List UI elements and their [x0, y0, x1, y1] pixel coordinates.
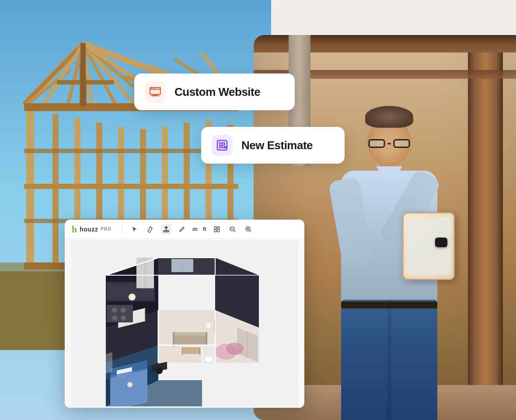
svg-rect-14	[24, 184, 238, 189]
svg-line-63	[234, 230, 235, 232]
svg-point-121	[206, 322, 212, 329]
toolbar-draw-icon[interactable]	[145, 224, 156, 234]
svg-point-86	[112, 315, 117, 321]
svg-point-115	[204, 356, 213, 362]
toolbar-zoomout-icon[interactable]	[227, 224, 238, 234]
new-estimate-label: New Estimate	[241, 139, 313, 152]
svg-point-87	[121, 315, 126, 321]
svg-marker-97	[206, 332, 207, 346]
houzz-logo: h houzz PRO	[72, 224, 112, 235]
svg-point-40	[153, 88, 153, 89]
custom-website-card[interactable]: Custom Website	[134, 74, 295, 110]
svg-rect-48	[219, 144, 221, 146]
houzz-brand-text: houzz	[80, 226, 98, 233]
svg-rect-60	[214, 230, 216, 232]
svg-rect-45	[219, 142, 221, 144]
svg-point-41	[154, 88, 155, 89]
toolbar-ft-label[interactable]: ft	[203, 226, 206, 232]
svg-marker-118	[106, 352, 112, 374]
custom-website-label: Custom Website	[174, 85, 260, 99]
scene: Custom Website New Estimate h	[0, 0, 516, 420]
svg-rect-83	[107, 305, 133, 322]
toolbar-m-label[interactable]: m	[192, 226, 198, 232]
svg-marker-94	[174, 334, 206, 345]
svg-line-66	[249, 230, 251, 232]
svg-point-122	[127, 382, 132, 387]
floorplan-card: h houzz PRO m ft	[65, 220, 304, 408]
houzz-h-icon: h	[72, 224, 77, 235]
svg-marker-78	[144, 308, 145, 322]
floorplan-body	[65, 239, 304, 408]
new-estimate-card[interactable]: New Estimate	[201, 127, 345, 164]
toolbar-divider	[122, 225, 122, 234]
toolbar-select-icon[interactable]	[129, 224, 140, 234]
svg-point-85	[121, 308, 126, 313]
svg-rect-47	[223, 142, 225, 144]
svg-rect-3	[52, 114, 59, 267]
estimate-icon	[212, 135, 233, 156]
svg-line-54	[150, 227, 152, 228]
toolbar-zoomin-icon[interactable]	[243, 224, 254, 234]
svg-rect-81	[107, 284, 130, 299]
toolbar-pencil-icon[interactable]	[177, 224, 187, 234]
svg-marker-98	[182, 347, 200, 354]
svg-point-108	[156, 367, 163, 374]
toolbar-upload-icon[interactable]	[161, 224, 171, 234]
svg-rect-50	[223, 144, 225, 146]
svg-marker-95	[174, 332, 206, 336]
floorplan-toolbar: h houzz PRO m ft	[65, 220, 304, 239]
svg-rect-51	[219, 147, 221, 148]
svg-point-39	[151, 88, 152, 89]
svg-rect-58	[214, 227, 216, 229]
website-icon	[145, 81, 166, 102]
svg-rect-46	[221, 142, 223, 144]
svg-point-84	[112, 308, 117, 313]
svg-rect-52	[221, 147, 223, 148]
svg-rect-61	[217, 230, 220, 232]
svg-rect-34	[80, 43, 86, 106]
svg-point-120	[130, 295, 134, 299]
floorplan-3d-svg	[71, 240, 298, 406]
svg-point-113	[226, 343, 244, 355]
houzz-pro-badge: PRO	[101, 227, 112, 231]
toolbar-fitscreen-icon[interactable]	[212, 224, 222, 234]
svg-rect-49	[221, 144, 223, 146]
svg-rect-59	[217, 227, 220, 229]
svg-marker-96	[173, 332, 174, 346]
svg-rect-53	[223, 147, 227, 148]
